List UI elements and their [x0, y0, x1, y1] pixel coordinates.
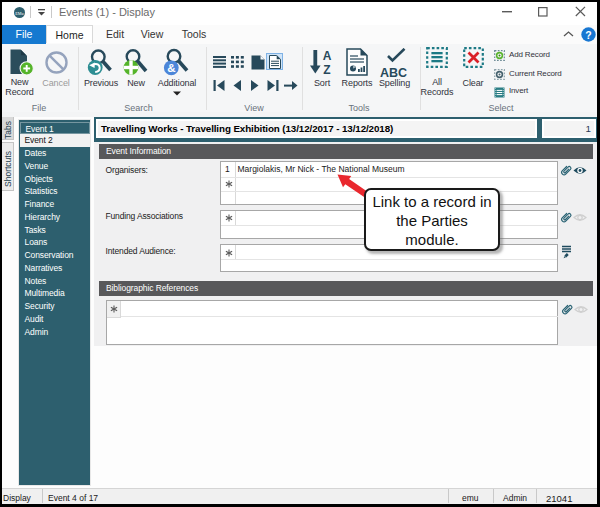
svg-text:&: &: [167, 62, 175, 74]
svg-text:EMu: EMu: [15, 11, 24, 16]
svg-text:A: A: [323, 49, 332, 63]
svg-text:Z: Z: [323, 63, 330, 77]
svg-text:ABC: ABC: [380, 66, 407, 79]
svg-text:?: ?: [585, 29, 591, 41]
